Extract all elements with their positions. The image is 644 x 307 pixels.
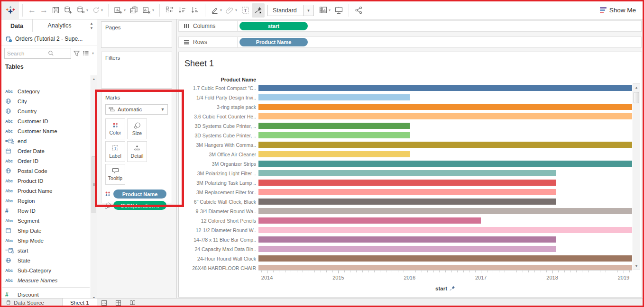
scroll-up-icon[interactable]: ▲ — [91, 75, 97, 82]
sheet-tab-active[interactable]: Sheet 1 — [62, 298, 97, 306]
bar-mark[interactable] — [258, 151, 410, 157]
field-order-date[interactable]: Order Date — [1, 146, 91, 156]
redo-button[interactable]: → — [38, 3, 50, 18]
bar-mark[interactable] — [258, 217, 481, 224]
bar-mark[interactable] — [258, 199, 556, 205]
search-input[interactable] — [7, 51, 48, 56]
product-label[interactable]: 24-Hour Round Wall Clock — [179, 256, 256, 262]
tab-analytics[interactable]: Analytics — [33, 19, 86, 32]
pages-shelf[interactable]: Pages — [101, 21, 172, 48]
marks-size-button[interactable]: Size — [127, 118, 147, 139]
swap-rows-columns-button[interactable] — [163, 3, 176, 18]
fix-axes-button[interactable] — [252, 3, 265, 18]
field-region[interactable]: AbcRegion — [1, 196, 91, 206]
bar-mark[interactable] — [258, 94, 410, 100]
field-segment[interactable]: AbcSegment — [1, 216, 91, 226]
field-sub-category[interactable]: AbcSub-Category — [1, 265, 91, 275]
view-options-caret-icon[interactable]: ▾ — [92, 51, 94, 55]
product-label[interactable]: 3.6 Cubic Foot Counter He.. — [179, 114, 256, 119]
field-customer-id[interactable]: AbcCustomer ID — [1, 116, 91, 126]
view-options-icon[interactable] — [82, 50, 89, 56]
highlight-button[interactable]: ▾ — [209, 3, 224, 18]
tab-data[interactable]: Data — [1, 19, 33, 32]
group-members-button[interactable]: ▾ — [224, 3, 239, 18]
clear-sheet-button[interactable]: ▾ — [140, 3, 156, 18]
product-label[interactable]: 3M Hangers With Comma.. — [179, 142, 256, 148]
chart-scroll-up-icon[interactable]: ▲ — [633, 84, 640, 91]
data-source-item[interactable]: Orders (Tutorial 2 - Supe... — [1, 32, 97, 46]
product-label[interactable]: 14-7/8 x 11 Blue Bar Comp.. — [179, 237, 256, 243]
product-label[interactable]: 12-1/2 Diameter Round W.. — [179, 227, 256, 233]
new-data-source-button[interactable] — [62, 3, 74, 18]
field-start[interactable]: =start — [1, 245, 91, 255]
bar-mark[interactable] — [258, 255, 632, 262]
bar-mark[interactable] — [258, 208, 632, 214]
run-update-button[interactable]: ▾ — [90, 3, 105, 18]
marks-detail-button[interactable]: Detail — [127, 141, 147, 162]
bar-mark[interactable] — [258, 227, 632, 233]
show-mark-labels-button[interactable]: T — [239, 3, 252, 18]
product-label[interactable]: 3M Polarizing Task Lamp .. — [179, 180, 256, 186]
search-input-wrap[interactable] — [4, 48, 71, 59]
field-ship-mode[interactable]: AbcShip Mode — [1, 235, 91, 245]
product-label[interactable]: 26X48 HARDFLOOR CHAIR — [179, 265, 256, 270]
product-label[interactable]: 3M Organizer Strips — [179, 161, 256, 167]
field-product-name[interactable]: AbcProduct Name — [1, 186, 91, 196]
chart-scrollbar[interactable]: ▲ ▼ — [633, 83, 640, 270]
share-workbook-button[interactable] — [352, 3, 365, 18]
field-ship-date[interactable]: Ship Date — [1, 226, 91, 235]
bar-mark[interactable] — [258, 265, 632, 270]
show-me-button[interactable]: Show Me — [600, 7, 636, 14]
field-category[interactable]: AbcCategory — [1, 86, 91, 96]
product-label[interactable]: 9-3/4 Diameter Round Wa.. — [179, 208, 256, 214]
new-worksheet-tab-button[interactable] — [97, 298, 111, 306]
undo-button[interactable]: ← — [26, 3, 38, 18]
bar-mark[interactable] — [258, 189, 556, 195]
rows-shelf[interactable]: Rows Product Name — [178, 36, 642, 48]
bar-mark[interactable] — [258, 246, 556, 252]
columns-shelf[interactable]: Columns start — [178, 20, 642, 32]
marks-color-button[interactable]: Color — [105, 118, 125, 139]
presentation-mode-button[interactable] — [332, 3, 345, 18]
field-postal-code[interactable]: Postal Code — [1, 166, 91, 176]
product-label[interactable]: 3D Systems Cube Printer, .. — [179, 133, 256, 138]
product-label[interactable]: 12 Colored Short Pencils — [179, 218, 256, 224]
fit-selector[interactable]: Standard ▾ — [267, 5, 314, 16]
bar-mark[interactable] — [258, 85, 632, 91]
collapse-pane-icon[interactable]: ▴▾ — [86, 19, 97, 32]
field-city[interactable]: City — [1, 96, 91, 106]
pause-auto-updates-button[interactable]: ▾ — [74, 3, 90, 18]
field-state[interactable]: State — [1, 255, 91, 265]
data-source-tab[interactable]: Data Source — [1, 298, 49, 306]
bar-mark[interactable] — [258, 104, 632, 110]
new-story-tab-button[interactable] — [126, 298, 140, 306]
product-label[interactable]: 3D Systems Cube Printer, .. — [179, 123, 256, 129]
bar-mark[interactable] — [258, 142, 632, 148]
show-hide-cards-button[interactable]: ▾ — [317, 3, 332, 18]
product-label[interactable]: 3M Polarizing Light Filter .. — [179, 171, 256, 176]
field-country[interactable]: Country — [1, 106, 91, 116]
pill-product-name[interactable]: Product Name — [239, 38, 308, 46]
field-customer-name[interactable]: AbcCustomer Name — [1, 126, 91, 136]
product-label[interactable]: 24 Capacity Maxi Data Bin.. — [179, 246, 256, 252]
mark-type-dropdown[interactable]: Automatic ▼ — [105, 104, 168, 115]
chart-scrollbar-thumb[interactable] — [634, 92, 639, 103]
save-button[interactable] — [50, 3, 62, 18]
tableau-logo-button[interactable] — [1, 1, 19, 19]
product-label[interactable]: 1/4 Fold Party Design Invi.. — [179, 95, 256, 100]
field-order-id[interactable]: AbcOrder ID — [1, 156, 91, 166]
sort-ascending-button[interactable] — [176, 3, 189, 18]
new-dashboard-tab-button[interactable] — [111, 298, 126, 306]
field-end[interactable]: =end — [1, 136, 91, 146]
product-label[interactable]: 6" Cubicle Wall Clock, Black — [179, 199, 256, 205]
filters-shelf[interactable]: Filters — [101, 52, 172, 89]
new-worksheet-button[interactable]: ▾ — [112, 3, 128, 18]
pill-start[interactable]: start — [239, 22, 308, 30]
bar-mark[interactable] — [258, 180, 556, 186]
filter-fields-icon[interactable] — [73, 50, 80, 57]
marks-pill-product-name[interactable]: Product Name — [113, 190, 166, 199]
field-row-id[interactable]: #Row ID — [1, 206, 91, 216]
sort-descending-button[interactable] — [189, 3, 202, 18]
duplicate-sheet-button[interactable] — [128, 3, 140, 18]
scrollbar-thumb[interactable] — [92, 156, 96, 213]
